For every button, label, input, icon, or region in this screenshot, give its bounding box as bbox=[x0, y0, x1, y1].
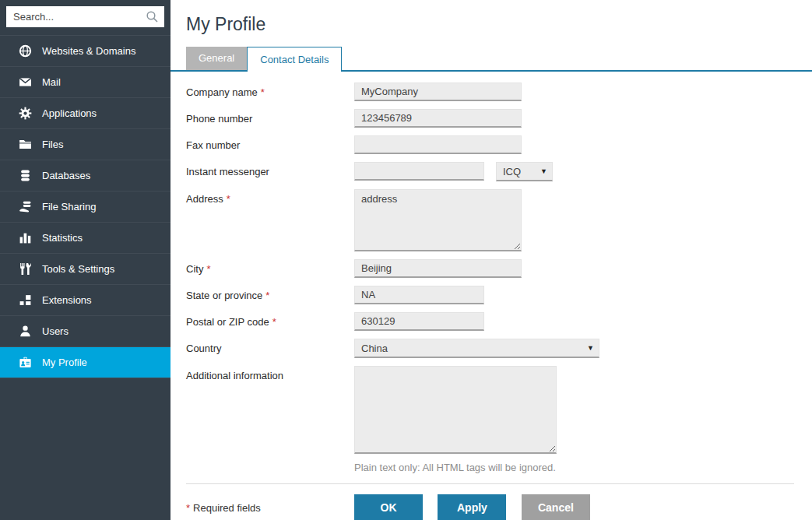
sidebar-item-websites-domains[interactable]: Websites & Domains bbox=[0, 36, 170, 67]
required-asterisk: * bbox=[272, 316, 276, 328]
field-label-text: Country bbox=[186, 343, 222, 354]
plain-text-note: Plain text only: All HTML tags will be i… bbox=[354, 462, 557, 473]
tools-icon bbox=[19, 262, 32, 276]
field-label-text: Address bbox=[186, 193, 223, 205]
id-badge-icon bbox=[19, 356, 32, 369]
required-fields-note: *Required fields bbox=[186, 502, 354, 514]
additional-info-field: Plain text only: All HTML tags will be i… bbox=[354, 366, 557, 473]
required-asterisk: * bbox=[186, 502, 190, 514]
sidebar-item-label: Users bbox=[42, 325, 69, 337]
additional-info-label: Additional information bbox=[186, 366, 354, 473]
required-asterisk: * bbox=[206, 263, 210, 275]
address-label: Address* bbox=[186, 189, 354, 251]
page-title: My Profile bbox=[186, 14, 812, 35]
company-name-label: Company name* bbox=[186, 83, 354, 101]
sidebar-item-label: Statistics bbox=[42, 232, 83, 244]
sidebar-item-my-profile[interactable]: My Profile bbox=[0, 347, 170, 378]
gear-icon bbox=[19, 107, 32, 120]
user-icon bbox=[19, 325, 32, 338]
sidebar-item-file-sharing[interactable]: File Sharing bbox=[0, 191, 170, 223]
form-row-company-name: Company name* bbox=[186, 83, 812, 101]
field-label-text: Postal or ZIP code bbox=[186, 316, 269, 328]
mail-icon bbox=[19, 76, 32, 89]
required-note-text: Required fields bbox=[193, 502, 261, 514]
form-row-address: Address* address bbox=[186, 189, 812, 251]
city-input[interactable] bbox=[354, 259, 522, 278]
field-label-text: Fax number bbox=[186, 139, 240, 151]
form-row-phone-number: Phone number bbox=[186, 109, 812, 128]
field-label-text: City bbox=[186, 263, 203, 275]
globe-icon bbox=[19, 44, 32, 58]
tab-bar: General Contact Details bbox=[170, 47, 812, 72]
sidebar-item-users[interactable]: Users bbox=[0, 316, 170, 347]
folder-icon bbox=[19, 138, 32, 151]
im-type-select[interactable]: ICQ bbox=[496, 162, 553, 181]
sidebar-item-tools-settings[interactable]: Tools & Settings bbox=[0, 254, 170, 285]
search-icon bbox=[146, 10, 159, 23]
sidebar-item-label: Applications bbox=[42, 107, 97, 119]
form-row-additional-info: Additional information Plain text only: … bbox=[186, 366, 812, 473]
fax-number-input[interactable] bbox=[354, 135, 522, 154]
form-row-state: State or province* bbox=[186, 286, 812, 304]
sidebar-nav: Websites & Domains Mail Applications Fil… bbox=[0, 35, 170, 378]
phone-number-label: Phone number bbox=[186, 109, 354, 128]
instant-messenger-label: Instant messenger bbox=[186, 162, 354, 181]
state-label: State or province* bbox=[186, 286, 354, 304]
tab-contact-details[interactable]: Contact Details bbox=[247, 47, 342, 72]
form-row-country: Country China ▼ bbox=[186, 339, 812, 358]
required-asterisk: * bbox=[227, 193, 230, 205]
button-row: OK Apply Cancel bbox=[354, 494, 602, 520]
address-textarea[interactable]: address bbox=[354, 189, 522, 251]
state-input[interactable] bbox=[354, 286, 484, 304]
cancel-button[interactable]: Cancel bbox=[522, 494, 590, 520]
sidebar-item-label: Mail bbox=[42, 76, 61, 88]
country-select-wrap: China ▼ bbox=[354, 339, 599, 358]
tab-general[interactable]: General bbox=[186, 47, 247, 70]
main-content: My Profile General Contact Details Compa… bbox=[170, 0, 812, 520]
sidebar-item-label: File Sharing bbox=[42, 201, 96, 213]
company-name-input[interactable] bbox=[354, 83, 522, 101]
sidebar-item-label: Databases bbox=[42, 170, 90, 181]
contact-details-form: Company name* Phone number Fax number In… bbox=[170, 72, 812, 473]
sidebar-item-label: My Profile bbox=[42, 357, 87, 368]
sidebar: Websites & Domains Mail Applications Fil… bbox=[0, 0, 170, 520]
form-row-city: City* bbox=[186, 259, 812, 278]
field-label-text: Company name bbox=[186, 86, 258, 98]
extensions-icon bbox=[19, 293, 32, 307]
additional-info-textarea[interactable] bbox=[354, 366, 557, 454]
sidebar-item-label: Extensions bbox=[42, 294, 92, 306]
plesk-app: Websites & Domains Mail Applications Fil… bbox=[0, 0, 812, 520]
field-label-text: Phone number bbox=[186, 113, 252, 125]
im-type-select-wrap: ICQ ▼ bbox=[496, 162, 553, 181]
search-box bbox=[6, 6, 164, 27]
form-row-instant-messenger: Instant messenger ICQ ▼ bbox=[186, 162, 812, 181]
sidebar-item-label: Files bbox=[42, 139, 63, 150]
field-label-text: Instant messenger bbox=[186, 166, 269, 177]
sidebar-item-mail[interactable]: Mail bbox=[0, 67, 170, 98]
instant-messenger-input[interactable] bbox=[354, 162, 484, 181]
country-select[interactable]: China bbox=[354, 339, 599, 358]
bar-chart-icon bbox=[19, 231, 32, 244]
form-row-fax-number: Fax number bbox=[186, 135, 812, 154]
apply-button[interactable]: Apply bbox=[438, 494, 506, 520]
sidebar-item-extensions[interactable]: Extensions bbox=[0, 285, 170, 316]
sidebar-item-databases[interactable]: Databases bbox=[0, 160, 170, 191]
required-asterisk: * bbox=[261, 86, 265, 98]
country-label: Country bbox=[186, 339, 354, 358]
phone-number-input[interactable] bbox=[354, 109, 522, 128]
sidebar-item-label: Tools & Settings bbox=[42, 263, 114, 275]
ok-button[interactable]: OK bbox=[354, 494, 423, 520]
sidebar-item-label: Websites & Domains bbox=[42, 45, 135, 57]
sidebar-item-statistics[interactable]: Statistics bbox=[0, 223, 170, 254]
city-label: City* bbox=[186, 259, 354, 278]
zip-input[interactable] bbox=[354, 312, 484, 331]
field-label-text: Additional information bbox=[186, 370, 283, 381]
form-row-zip: Postal or ZIP code* bbox=[186, 312, 812, 331]
file-sharing-icon bbox=[19, 200, 32, 213]
sidebar-item-applications[interactable]: Applications bbox=[0, 98, 170, 129]
search-input[interactable] bbox=[6, 6, 164, 27]
zip-label: Postal or ZIP code* bbox=[186, 312, 354, 331]
required-asterisk: * bbox=[265, 290, 269, 301]
database-icon bbox=[19, 169, 32, 182]
sidebar-item-files[interactable]: Files bbox=[0, 129, 170, 160]
